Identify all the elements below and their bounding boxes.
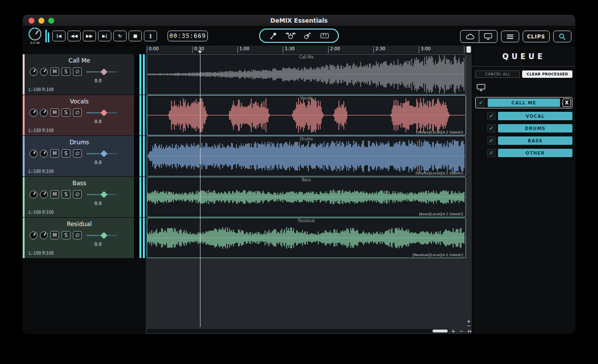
queue-item[interactable]: ✓ VOCAL (487, 111, 572, 121)
scrollbar-handle[interactable] (432, 330, 448, 332)
queue-check-icon[interactable]: ✓ (487, 149, 496, 157)
solo-button[interactable]: S (62, 67, 70, 76)
clear-processed-button[interactable]: CLEAR PROCESSED (522, 70, 572, 78)
pan-knob[interactable] (30, 68, 37, 76)
fader-slot[interactable] (134, 136, 138, 176)
local-machine-button[interactable] (479, 31, 497, 42)
solo-button[interactable]: S (62, 149, 70, 158)
waveform[interactable] (147, 218, 465, 258)
stop-button[interactable]: ■ (129, 31, 142, 41)
cancel-all-button[interactable]: CANCEL ALL (475, 70, 520, 78)
pan-knob[interactable] (30, 232, 37, 239)
gain-slider[interactable] (87, 150, 117, 158)
solo-button[interactable]: S (62, 231, 70, 239)
queue-item-label[interactable]: VOCAL (498, 112, 572, 120)
phase-button[interactable]: ∅ (73, 149, 82, 158)
menu-button[interactable] (501, 31, 519, 42)
microphone-icon[interactable] (269, 32, 277, 40)
queue-check-icon[interactable]: ✓ (477, 99, 485, 107)
slider-thumb[interactable] (100, 68, 107, 75)
phase-button[interactable]: ∅ (73, 231, 82, 239)
drums-icon[interactable] (286, 32, 296, 39)
fast-forward-button[interactable]: ▶▶ (83, 31, 96, 41)
trim-knob[interactable] (40, 68, 48, 76)
phase-button[interactable]: ∅ (73, 108, 82, 117)
pan-knob[interactable] (30, 150, 37, 158)
waveform-lane[interactable]: Vocals [Vocals][Local][4.2 (latest)] (147, 95, 466, 135)
slider-thumb[interactable] (100, 150, 107, 157)
queue-item[interactable]: ✓ BASS (487, 136, 572, 145)
mute-button[interactable]: M (50, 190, 59, 199)
queue-item-label[interactable]: OTHER (498, 149, 572, 157)
vertical-zoom-out-button[interactable]: − (467, 324, 471, 328)
fader-slot[interactable] (134, 218, 138, 258)
mute-button[interactable]: M (50, 67, 59, 76)
cloud-button[interactable] (461, 31, 479, 42)
queue-item-label[interactable]: DRUMS (498, 124, 572, 132)
trim-knob[interactable] (40, 232, 48, 239)
horizontal-scrollbar[interactable] (147, 329, 448, 333)
waveform[interactable] (147, 177, 465, 217)
timeline-ruler[interactable]: 0:000:301:001:302:002:303:003 (146, 45, 472, 54)
guitar-icon[interactable] (303, 32, 312, 40)
pan-knob[interactable] (30, 191, 37, 199)
slider-thumb[interactable] (100, 191, 107, 198)
fader-slot[interactable] (134, 177, 138, 217)
track-panel[interactable]: Drums M S ∅ 0.0 L:-100 R:100 (23, 136, 146, 176)
fader-slot[interactable] (134, 95, 138, 135)
waveform-lane[interactable]: Bass [Bass][Local][4.2 (latest)] (147, 177, 466, 217)
queue-check-icon[interactable]: ✓ (487, 124, 496, 132)
queue-item[interactable]: ✓ DRUMS (487, 124, 572, 133)
playhead-line[interactable] (200, 54, 200, 327)
phase-button[interactable]: ∅ (73, 67, 82, 76)
mute-button[interactable]: M (50, 108, 59, 117)
trim-knob[interactable] (40, 150, 48, 158)
gain-slider[interactable] (87, 109, 117, 117)
queue-check-icon[interactable]: ✓ (487, 136, 496, 145)
queue-item[interactable]: ✓ OTHER (487, 148, 572, 158)
solo-button[interactable]: S (62, 190, 70, 199)
zoom-fit-button[interactable]: ↔ (467, 329, 471, 334)
rewind-button[interactable]: ◀◀ (67, 31, 81, 41)
trim-knob[interactable] (40, 109, 48, 117)
waveform-lane[interactable]: Call Me (147, 54, 466, 95)
slider-thumb[interactable] (100, 232, 107, 238)
slider-thumb[interactable] (100, 109, 107, 116)
gain-slider[interactable] (87, 68, 117, 76)
knob-dial[interactable] (29, 28, 41, 40)
waveform-lane[interactable]: Residual [Residual][Local][4.2 (latest)] (147, 218, 466, 258)
phase-button[interactable]: ∅ (73, 190, 82, 199)
zoom-window-button[interactable] (48, 18, 54, 24)
track-panel[interactable]: Bass M S ∅ 0.0 L:-100 R:100 (23, 177, 146, 217)
gain-slider[interactable] (87, 191, 117, 199)
gain-slider[interactable] (87, 232, 117, 239)
zoom-out-button[interactable]: − (459, 329, 463, 334)
skip-start-button[interactable]: |◀ (52, 31, 66, 41)
fader-slot[interactable] (134, 54, 138, 95)
pause-button[interactable]: ‖ (144, 31, 157, 41)
zoom-in-button[interactable]: + (451, 329, 455, 334)
keys-icon[interactable] (320, 33, 329, 39)
queue-check-icon[interactable]: ✓ (487, 112, 496, 120)
loop-button[interactable]: ↻ (113, 31, 127, 41)
waveform[interactable] (147, 96, 465, 135)
queue-item[interactable]: ✓ CALL ME X (475, 97, 572, 108)
minimize-window-button[interactable] (38, 18, 44, 24)
queue-item-label[interactable]: BASS (498, 136, 572, 145)
skip-end-button[interactable]: ▶| (98, 31, 111, 41)
search-button[interactable] (553, 31, 571, 42)
master-gain-knob[interactable]: 0.0 dB (28, 28, 42, 44)
mute-button[interactable]: M (50, 149, 59, 158)
queue-item-label[interactable]: CALL ME (488, 99, 560, 107)
track-panel[interactable]: Vocals M S ∅ 0.0 L:-100 R:100 (23, 95, 146, 135)
mute-button[interactable]: M (50, 231, 59, 239)
solo-button[interactable]: S (62, 108, 70, 117)
track-panel[interactable]: Residual M S ∅ 0.0 L:-100 R:100 (23, 218, 146, 258)
waveform[interactable] (147, 136, 465, 176)
waveform-lane[interactable]: Drums [Drums][Local][4.2 (latest)] (147, 136, 466, 176)
trim-knob[interactable] (40, 191, 48, 199)
track-panel[interactable]: Call Me M S ∅ 0.0 L:-100 R:100 (23, 54, 146, 95)
waveform[interactable] (147, 55, 465, 94)
pan-knob[interactable] (30, 109, 37, 117)
close-window-button[interactable] (29, 18, 34, 24)
